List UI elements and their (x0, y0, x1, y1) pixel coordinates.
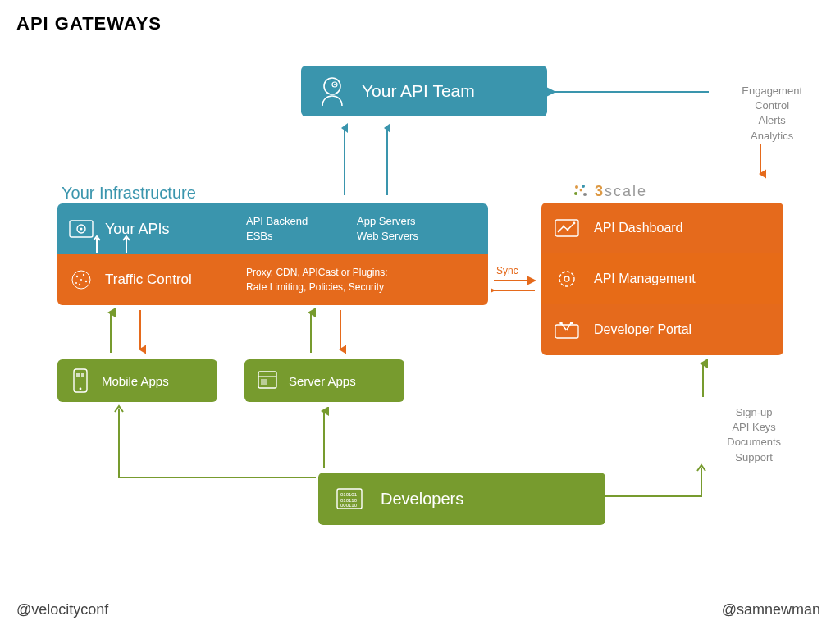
arrow-down-icon (135, 308, 146, 354)
traffic-detail-1: Proxy, CDN, APICast or Plugins: (246, 265, 388, 280)
threescale-brand: 3scale (572, 182, 647, 200)
developer-portal-row: Developer Portal (541, 304, 783, 355)
arrow-up-icon (92, 235, 102, 254)
svg-point-7 (76, 276, 78, 277)
arrow-elbow-icon (111, 404, 324, 486)
svg-point-2 (334, 84, 336, 85)
mobile-apps-box: Mobile Apps (57, 359, 217, 402)
svg-point-9 (85, 281, 87, 282)
binary-icon: 010101010110000110 (336, 487, 363, 510)
svg-point-22 (573, 222, 576, 225)
sync-arrows-icon (491, 276, 540, 295)
server-apps-label: Server Apps (289, 374, 356, 388)
browser-icon (258, 368, 277, 393)
api-team-box: Your API Team (301, 66, 547, 116)
threescale-box: API Dashboard API Management Developer P… (541, 203, 783, 355)
tools-icon (555, 320, 579, 340)
svg-point-21 (567, 229, 569, 231)
svg-point-29 (80, 388, 82, 390)
arrow-up-icon (339, 123, 350, 197)
footer-left: @velocityconf (16, 601, 108, 619)
traffic-detail-2: Rate Limiting, Policies, Security (246, 280, 388, 294)
management-icon (555, 269, 579, 289)
svg-rect-27 (570, 322, 573, 324)
svg-text:010101: 010101 (340, 492, 358, 497)
svg-point-14 (582, 185, 585, 188)
arrow-down-icon (335, 308, 346, 354)
threescale-logo-icon (572, 182, 590, 200)
mobile-apps-label: Mobile Apps (102, 374, 169, 388)
developers-label: Developers (381, 490, 463, 509)
arrow-down-icon (755, 143, 766, 179)
arrow-up-icon (121, 235, 131, 254)
arrow-up-icon (318, 407, 330, 469)
globe-icon (69, 268, 94, 291)
api-dashboard-label: API Dashboard (594, 221, 683, 235)
api-dashboard-row: API Dashboard (541, 203, 783, 253)
dashboard-icon (555, 218, 579, 238)
svg-point-23 (559, 272, 574, 286)
web-servers-label: Web Servers (357, 229, 418, 244)
server-apps-box: Server Apps (244, 359, 404, 402)
svg-point-26 (559, 322, 563, 325)
gear-icon (69, 219, 94, 239)
arrow-up-icon (305, 308, 317, 354)
esbs-label: ESBs (246, 229, 357, 244)
footer-right: @samnewman (722, 601, 820, 619)
api-team-label: Your API Team (362, 81, 475, 101)
svg-point-19 (558, 231, 560, 233)
engagement-annotation: Engagement Control Alerts Analytics (742, 84, 802, 144)
svg-rect-34 (261, 379, 267, 385)
svg-point-10 (79, 284, 80, 285)
svg-point-24 (564, 276, 569, 281)
svg-point-17 (580, 189, 582, 192)
sync-label: Sync (496, 265, 518, 276)
your-apis-label: Your APIs (105, 221, 169, 238)
svg-rect-25 (555, 325, 578, 338)
head-gear-icon (316, 75, 349, 107)
api-management-label: API Management (594, 272, 696, 286)
svg-point-20 (563, 226, 565, 228)
traffic-control-box: Traffic Control Proxy, CDN, APICast or P… (57, 254, 488, 305)
page-title: API GATEWAYS (16, 13, 162, 34)
developers-box: 010101010110000110 Developers (318, 472, 605, 525)
svg-point-5 (80, 228, 83, 231)
svg-point-8 (83, 274, 84, 276)
svg-point-11 (75, 282, 77, 284)
developer-portal-label: Developer Portal (594, 322, 692, 337)
svg-point-13 (575, 185, 578, 189)
app-servers-label: App Servers (357, 214, 418, 229)
arrow-elbow-icon (603, 463, 718, 513)
arrow-up-icon (381, 123, 393, 197)
svg-point-16 (583, 193, 587, 196)
infrastructure-label: Your Infrastructure (62, 184, 196, 203)
svg-text:000110: 000110 (340, 503, 358, 508)
svg-point-12 (80, 279, 82, 281)
svg-point-0 (324, 78, 340, 94)
api-management-row: API Management (541, 253, 783, 304)
traffic-control-label: Traffic Control (105, 272, 192, 288)
arrow-left-icon (546, 86, 710, 98)
mobile-icon (71, 368, 90, 393)
svg-point-15 (574, 192, 578, 195)
svg-rect-30 (76, 373, 80, 377)
signup-annotation: Sign-up API Keys Documents Support (727, 405, 781, 465)
api-backend-label: API Backend (246, 214, 357, 229)
threescale-label: 3scale (595, 183, 647, 200)
arrow-up-icon (697, 359, 709, 399)
svg-rect-31 (81, 373, 84, 377)
arrow-up-icon (105, 308, 116, 354)
